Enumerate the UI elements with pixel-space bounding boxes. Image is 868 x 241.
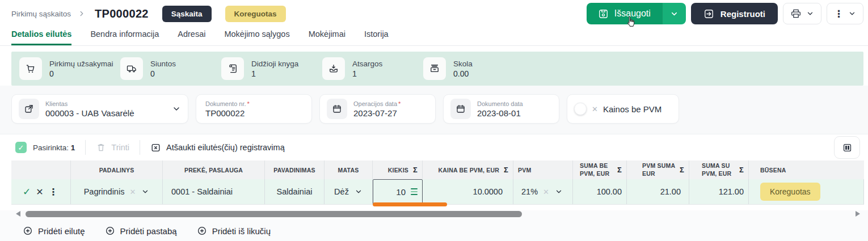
toggle-x-icon: ✕ [592, 105, 598, 113]
clear-icon[interactable]: ✕ [543, 188, 549, 196]
stat-value: 1 [251, 69, 298, 78]
cancel-registration-label: Atšaukti eilutės(čių) registravimą [166, 143, 285, 152]
horizontal-scrollbar[interactable] [0, 210, 868, 218]
sum-icon[interactable]: Σ [617, 166, 622, 174]
stat-value: 0.00 [453, 69, 473, 78]
stat-purchase-orders[interactable]: Pirkimų užsakymai 0 [19, 57, 120, 80]
sum-icon[interactable]: Σ [413, 166, 418, 174]
cell-padalinys[interactable]: Pagrindinis ✕ [71, 179, 163, 204]
register-button[interactable]: Registruoti [691, 3, 778, 24]
header-pavadinimas[interactable]: PAVADINIMAS [265, 160, 325, 179]
cell-suma-be-pvm: 100.00 [573, 179, 627, 204]
save-split-button: Išsaugoti [587, 3, 686, 24]
scroll-right-arrow[interactable] [856, 211, 860, 217]
calendar-icon[interactable] [327, 99, 347, 119]
breadcrumb-parent[interactable]: Pirkimų sąskaitos [11, 10, 71, 18]
tab-istorija[interactable]: Istorija [364, 27, 389, 45]
tab-detalios-eilutes[interactable]: Detalios eilutės [11, 27, 71, 45]
stat-value: 0 [150, 69, 176, 78]
header-padalinys[interactable]: PADALINYS [71, 160, 163, 179]
header-pvm[interactable]: PVM [513, 160, 573, 179]
quantity-lines-icon[interactable] [411, 188, 418, 195]
chevron-down-icon [848, 10, 856, 18]
sum-icon[interactable]: Σ [504, 166, 508, 174]
add-from-stock-button[interactable]: Pridėti iš likučių [197, 226, 271, 236]
add-row-button[interactable]: Pridėti eilutę [23, 226, 85, 236]
table-toolbar: ✓ Pasirinkta: 1 Trinti Atšaukti eilutės(… [0, 134, 868, 160]
header-suma-su-pvm[interactable]: SUMA SU PVM, EURΣ [689, 160, 749, 179]
register-icon [703, 9, 714, 19]
chevron-down-icon[interactable] [355, 188, 363, 196]
header-kiekis[interactable]: KIEKISΣ [373, 160, 423, 179]
document-number-field[interactable]: Dokumento nr.* TP000022 [196, 94, 312, 124]
stat-inventory[interactable]: Atsargos 1 [322, 57, 423, 80]
scroll-left-arrow[interactable] [16, 211, 20, 217]
row-kebab-icon[interactable]: ⋮ [49, 187, 58, 197]
tab-adresai[interactable]: Adresai [178, 27, 205, 45]
required-asterisk: * [247, 100, 250, 107]
save-dropdown-button[interactable] [662, 3, 686, 24]
column-settings-button[interactable] [834, 136, 860, 159]
document-date-field[interactable]: Dokumento data 2023-08-01 [443, 94, 559, 124]
header-select [11, 160, 71, 179]
plus-circle-icon [105, 226, 115, 236]
calendar-icon[interactable] [450, 99, 471, 119]
row-confirm-icon[interactable]: ✓ [23, 186, 31, 198]
ledger-icon [221, 57, 244, 80]
cell-kaina-be-pvm[interactable]: 10.0000 [423, 179, 513, 204]
client-field[interactable]: Klientas 000003 - UAB Vasarėlė [11, 94, 188, 124]
header-kaina-be-pvm[interactable]: KAINA BE PVM, EURΣ [423, 160, 513, 179]
tab-mokejimai[interactable]: Mokėjimai [309, 27, 345, 45]
stats-bar: Pirkimų užsakymai 0 Siuntos 0 Didžioji k… [11, 52, 863, 86]
header-busena[interactable]: BŪSENA [749, 160, 864, 179]
toolbar-divider [85, 140, 86, 155]
row-cancel-icon[interactable]: ✕ [36, 187, 43, 197]
save-button[interactable]: Išsaugoti [587, 3, 662, 24]
tab-bendra-informacija[interactable]: Bendra informacija [90, 27, 159, 45]
chevron-down-icon[interactable] [555, 188, 563, 196]
chevron-down-icon[interactable] [166, 104, 181, 113]
external-link-icon[interactable] [19, 99, 39, 119]
print-dropdown-button[interactable] [783, 3, 821, 24]
cell-preke-paslauga[interactable]: 0001 - Saldainiai [163, 179, 265, 204]
row-status-badge: Koreguotas [760, 183, 820, 201]
save-icon [598, 9, 609, 19]
toggle-off-knob[interactable] [574, 103, 587, 115]
plus-circle-icon [23, 226, 33, 236]
document-number-value: TP000022 [205, 108, 250, 118]
header-pvm-suma[interactable]: PVM SUMA EURΣ [627, 160, 689, 179]
inbox-icon [322, 57, 345, 80]
kiekis-value[interactable]: 10 [396, 187, 406, 197]
scrollbar-thumb[interactable] [26, 211, 522, 217]
header-matas[interactable]: MATAS [325, 160, 373, 179]
sum-icon[interactable]: Σ [680, 166, 684, 174]
lines-table: ✓ Pasirinkta: 1 Trinti Atšaukti eilutės(… [0, 134, 868, 205]
header-preke-paslauga[interactable]: PREKĖ, PASLAUGA [163, 160, 265, 179]
delete-button[interactable]: Trinti [96, 142, 129, 153]
clear-icon[interactable]: ✕ [129, 188, 136, 196]
cell-pavadinimas[interactable]: Saldainiai [265, 179, 325, 204]
sum-icon[interactable]: Σ [739, 166, 744, 174]
stat-debt[interactable]: Skola 0.00 [423, 57, 524, 80]
selected-count: 1 [71, 143, 75, 152]
stat-shipments[interactable]: Siuntos 0 [120, 57, 221, 80]
operation-date-field[interactable]: Operacijos data* 2023-07-27 [319, 94, 436, 124]
client-value: 000003 - UAB Vasarėlė [45, 108, 134, 118]
cell-kiekis-focused[interactable]: 10 [373, 179, 423, 204]
chevron-down-icon[interactable] [141, 188, 149, 196]
more-actions-button[interactable]: ⋮ [827, 3, 863, 24]
operation-date-label: Operacijos data* [353, 100, 401, 107]
stat-general-ledger[interactable]: Didžioji knyga 1 [221, 57, 322, 80]
header-suma-be-pvm[interactable]: SUMA BE PVM, EURΣ [573, 160, 627, 179]
cell-pvm-suma: 21.00 [627, 179, 689, 204]
select-all-checkbox[interactable]: ✓ [15, 142, 27, 153]
add-note-button[interactable]: Pridėti pastabą [105, 226, 177, 236]
table-row[interactable]: ✓ ✕ ⋮ Pagrindinis ✕ 0001 - Saldainiai Sa… [11, 179, 864, 205]
chevron-down-icon [806, 10, 814, 18]
cell-matas[interactable]: Dėž [325, 179, 373, 204]
cancel-registration-button[interactable]: Atšaukti eilutės(čių) registravimą [150, 142, 285, 153]
tab-mokejimo-salygos[interactable]: Mokėjimo sąlygos [224, 27, 289, 45]
tab-bar: Detalios eilutės Bendra informacija Adre… [0, 27, 868, 46]
cell-pvm[interactable]: 21% ✕ [513, 179, 573, 204]
breadcrumb: Pirkimų sąskaitos TP000022 Sąskaita Kore… [11, 6, 286, 22]
